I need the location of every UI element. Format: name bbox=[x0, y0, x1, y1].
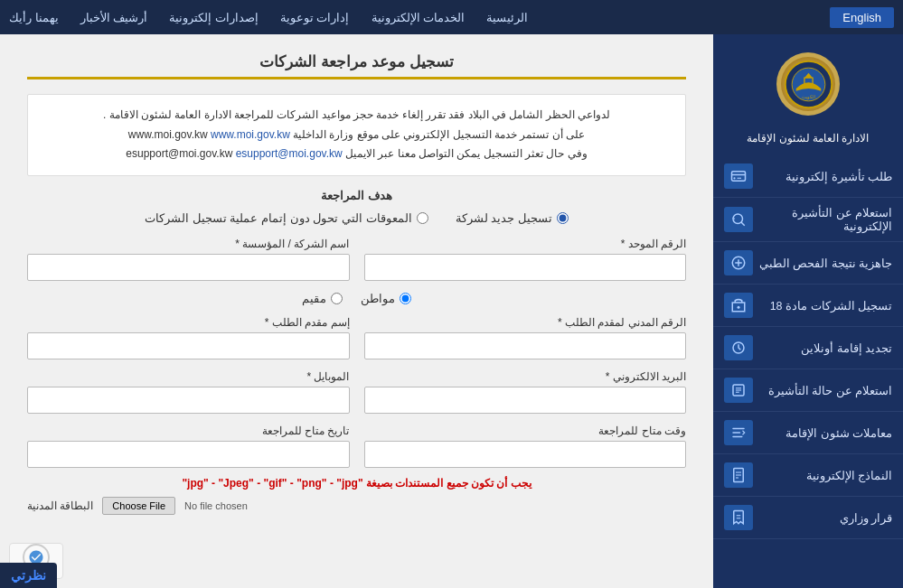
company-name-input[interactable] bbox=[27, 254, 350, 281]
date-label: تاريخ متاح للمراجعة bbox=[27, 425, 350, 437]
civil-id-field: الرقم المدني لمقدم الطلب * bbox=[364, 316, 687, 359]
notice-line1: لدواعي الحظر الشامل في البلاد فقد تقرر إ… bbox=[42, 106, 671, 126]
applicant-name-field: إسم مقدم الطلب * bbox=[27, 316, 350, 359]
status-icon bbox=[724, 378, 753, 403]
sidebar-item-status[interactable]: استعلام عن حالة التأشيرة bbox=[713, 369, 903, 412]
notice-line2: على أن تستمر خدمة التسجيل الإلكتروني على… bbox=[42, 126, 671, 145]
citizen-radio-input[interactable] bbox=[400, 293, 411, 304]
email-input[interactable] bbox=[364, 387, 687, 414]
sidebar-item-eforms-label: النماذج الإلكترونية bbox=[806, 469, 892, 482]
decree-icon bbox=[724, 505, 753, 530]
top-navigation: English الرئيسية الخدمات الإلكترونية إدا… bbox=[0, 0, 903, 34]
search-icon: ? bbox=[724, 207, 753, 232]
citizen-row: مواطن مقيم bbox=[27, 292, 686, 305]
sidebar-item-visa[interactable]: طلب تأشيرة إلكترونية bbox=[713, 155, 903, 198]
sidebar-item-renew[interactable]: تجديد إقامة أونلاين bbox=[713, 327, 903, 369]
sidebar-item-decree[interactable]: قرار وزاري bbox=[713, 497, 903, 539]
choose-file-button[interactable]: Choose File bbox=[102, 497, 175, 515]
mobile-label: الموبايل * bbox=[27, 370, 350, 383]
mobile-field: الموبايل * bbox=[27, 370, 350, 414]
civil-id-input[interactable] bbox=[364, 332, 687, 359]
org-title: الادارة العامة لشئون الإقامة bbox=[713, 130, 903, 155]
date-field: تاريخ متاح للمراجعة bbox=[27, 425, 350, 468]
email-field: البريد الالكتروني * bbox=[364, 370, 687, 414]
resident-radio-input[interactable] bbox=[331, 293, 343, 304]
company-name-field: اسم الشركة / المؤسسة * bbox=[27, 238, 350, 281]
svg-line-8 bbox=[741, 222, 745, 226]
file-format-note: يجب أن تكون جميع المستندات بصيغة "jpg" -… bbox=[27, 477, 686, 490]
file-upload-row: No file chosen Choose File البطاقة المدن… bbox=[27, 497, 686, 515]
nadhri-logo: نظرتي bbox=[0, 563, 57, 588]
logo-circle: الكويت bbox=[776, 52, 840, 116]
sidebar-item-company-reg[interactable]: تسجيل الشركات مادة 18 bbox=[713, 285, 903, 327]
goal-section-title: هدف المراجعة bbox=[27, 189, 686, 202]
unified-number-field: الرقم الموحد * bbox=[364, 238, 687, 281]
svg-point-5 bbox=[733, 177, 735, 179]
svg-point-14 bbox=[738, 306, 740, 309]
notice-website-link[interactable]: www.moi.gov.kw bbox=[211, 128, 290, 141]
applicant-name-label: إسم مقدم الطلب * bbox=[27, 316, 350, 329]
sidebar-item-status-label: استعلام عن حالة التأشيرة bbox=[768, 384, 892, 397]
mobile-input[interactable] bbox=[27, 387, 350, 414]
time-input[interactable] bbox=[364, 441, 687, 468]
citizen-text: مواطن bbox=[361, 292, 395, 305]
nav-link-eservices[interactable]: الخدمات الإلكترونية bbox=[372, 11, 466, 24]
radio-new-company-label: تسجيل جديد لشركة bbox=[456, 211, 552, 225]
unified-number-input[interactable] bbox=[364, 254, 687, 281]
company-icon bbox=[724, 293, 753, 318]
main-wrapper: الكويت الادارة العامة لشئون الإقامة طلب … bbox=[0, 34, 903, 588]
svg-text:?: ? bbox=[732, 217, 736, 222]
sidebar-item-medical-label: جاهزية نتيجة الفحص الطبي bbox=[759, 257, 892, 270]
page-header: تسجيل موعد مراجعة الشركات bbox=[27, 52, 686, 79]
form-row-3: البريد الالكتروني * الموبايل * bbox=[27, 370, 686, 414]
sidebar-item-decree-label: قرار وزاري bbox=[840, 511, 892, 525]
sidebar-item-company-reg-label: تسجيل الشركات مادة 18 bbox=[770, 299, 892, 313]
nav-link-news[interactable]: أرشيف الأخبار bbox=[80, 11, 148, 24]
nav-link-awareness[interactable]: إدارات توعوية bbox=[280, 11, 350, 24]
nav-links: الرئيسية الخدمات الإلكترونية إدارات توعو… bbox=[9, 9, 528, 25]
nadhri-text: نظر bbox=[25, 568, 46, 583]
unified-number-label: الرقم الموحد * bbox=[364, 238, 687, 250]
file-upload-label: البطاقة المدنية bbox=[27, 499, 93, 512]
time-field: وقت متاح للمراجعة bbox=[364, 425, 687, 468]
forms-icon bbox=[724, 462, 753, 488]
sidebar-item-transactions-label: معاملات شئون الإقامة bbox=[785, 426, 892, 440]
page-title: تسجيل موعد مراجعة الشركات bbox=[27, 52, 686, 79]
visa-icon bbox=[724, 163, 753, 189]
email-label: البريد الالكتروني * bbox=[364, 370, 687, 383]
sidebar-logo: الكويت bbox=[713, 43, 903, 125]
renew-icon bbox=[724, 335, 753, 360]
sidebar-item-visa-inquiry[interactable]: استعلام عن التأشيرة الإلكترونية ? bbox=[713, 198, 903, 242]
kuwait-emblem-icon: الكويت bbox=[784, 60, 833, 109]
sidebar-item-eforms[interactable]: النماذج الإلكترونية bbox=[713, 454, 903, 497]
nav-link-epublications[interactable]: إصدارات إلكترونية bbox=[169, 11, 259, 24]
goal-radio-group: تسجيل جديد لشركة المعوقات التي تحول دون … bbox=[27, 211, 686, 225]
resident-text: مقيم bbox=[302, 292, 326, 305]
company-name-label: اسم الشركة / المؤسسة * bbox=[27, 238, 350, 250]
citizen-label[interactable]: مواطن bbox=[361, 292, 411, 305]
time-label: وقت متاح للمراجعة bbox=[364, 425, 687, 437]
notice-line3: وفي حال تعثر التسجيل يمكن التواصل معنا ع… bbox=[42, 145, 671, 164]
date-input[interactable] bbox=[27, 441, 350, 468]
sidebar-item-visa-inquiry-label: استعلام عن التأشيرة الإلكترونية bbox=[753, 206, 892, 233]
logo-inner: الكويت bbox=[781, 57, 835, 111]
nav-link-opinion[interactable]: يهمنا رأيك bbox=[9, 11, 59, 24]
radio-obstacles[interactable]: المعوقات التي تحول دون إتمام عملية تسجيل… bbox=[145, 211, 428, 225]
language-button[interactable]: English bbox=[830, 7, 894, 28]
notice-box: لدواعي الحظر الشامل في البلاد فقد تقرر إ… bbox=[27, 94, 686, 176]
nav-link-home[interactable]: الرئيسية bbox=[486, 11, 528, 24]
radio-new-company[interactable]: تسجيل جديد لشركة bbox=[456, 211, 569, 225]
sidebar-item-medical[interactable]: جاهزية نتيجة الفحص الطبي bbox=[713, 242, 903, 285]
date-time-row: وقت متاح للمراجعة تاريخ متاح للمراجعة bbox=[27, 425, 686, 468]
sidebar-item-transactions[interactable]: معاملات شئون الإقامة bbox=[713, 412, 903, 454]
applicant-name-input[interactable] bbox=[27, 332, 350, 359]
notice-email-link[interactable]: esupport@moi.gov.kw bbox=[236, 147, 343, 160]
transactions-icon bbox=[724, 420, 753, 445]
form-row-2: الرقم المدني لمقدم الطلب * إسم مقدم الطل… bbox=[27, 316, 686, 359]
resident-label[interactable]: مقيم bbox=[302, 292, 343, 305]
sidebar: الكويت الادارة العامة لشئون الإقامة طلب … bbox=[713, 34, 903, 588]
radio-obstacles-label: المعوقات التي تحول دون إتمام عملية تسجيل… bbox=[145, 211, 411, 225]
svg-rect-3 bbox=[732, 172, 746, 182]
radio-new-company-input[interactable] bbox=[557, 212, 569, 224]
radio-obstacles-input[interactable] bbox=[417, 212, 428, 224]
